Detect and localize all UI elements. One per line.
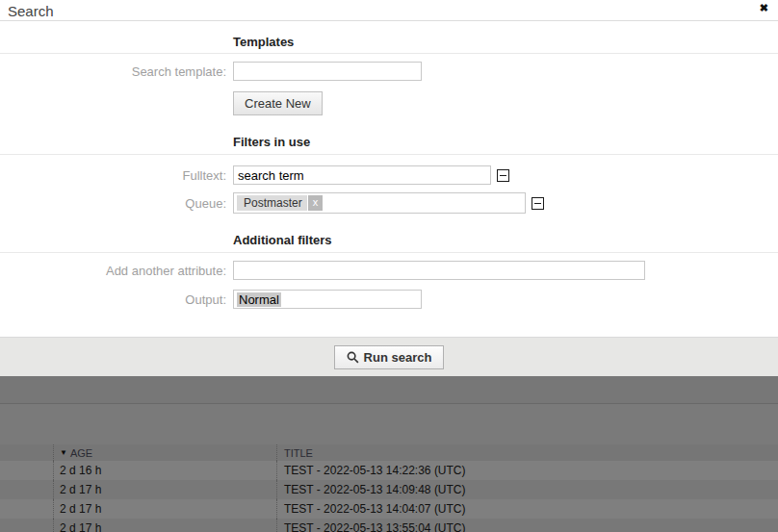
search-icon bbox=[347, 351, 359, 364]
fulltext-label: Fulltext: bbox=[0, 168, 233, 183]
modal-dim-overlay bbox=[0, 376, 778, 532]
queue-row: Queue: Postmaster x bbox=[0, 192, 544, 214]
output-select[interactable]: Normal bbox=[233, 290, 422, 309]
search-template-input[interactable] bbox=[233, 62, 422, 81]
section-divider bbox=[0, 53, 778, 54]
templates-heading: Templates bbox=[233, 35, 294, 49]
queue-tag: Postmaster x bbox=[237, 195, 323, 211]
add-attribute-label: Add another attribute: bbox=[0, 264, 233, 278]
dialog-footer: Run search bbox=[0, 337, 778, 376]
output-row: Output: Normal bbox=[0, 290, 422, 309]
remove-fulltext-filter-icon[interactable] bbox=[497, 169, 509, 182]
fulltext-row: Fulltext: bbox=[0, 165, 509, 185]
add-attribute-input[interactable] bbox=[233, 261, 645, 280]
run-search-button[interactable]: Run search bbox=[334, 345, 445, 369]
section-divider bbox=[0, 154, 778, 155]
queue-tag-label: Postmaster bbox=[237, 195, 307, 211]
search-template-row: Search template: bbox=[0, 62, 422, 81]
dialog-header: Search ✖ bbox=[0, 0, 778, 21]
output-label: Output: bbox=[0, 292, 233, 307]
section-divider bbox=[0, 252, 778, 253]
queue-label: Queue: bbox=[0, 196, 233, 211]
create-new-button[interactable]: Create New bbox=[233, 91, 323, 115]
fulltext-input[interactable] bbox=[233, 165, 491, 185]
close-icon[interactable]: ✖ bbox=[760, 2, 768, 14]
search-dialog: Search ✖ Templates Search template: Crea… bbox=[0, 0, 778, 376]
dialog-title: Search bbox=[8, 3, 54, 19]
output-selected-value: Normal bbox=[237, 292, 281, 307]
search-dialog-screen: ▼ AGE TITLE 2 d 16 h TEST - 2022-05-13 1… bbox=[0, 0, 778, 532]
filters-in-use-heading: Filters in use bbox=[233, 135, 310, 149]
add-attribute-row: Add another attribute: bbox=[0, 261, 645, 280]
remove-tag-icon[interactable]: x bbox=[308, 195, 324, 211]
remove-queue-filter-icon[interactable] bbox=[532, 197, 544, 210]
additional-filters-heading: Additional filters bbox=[233, 233, 332, 247]
run-search-label: Run search bbox=[364, 350, 432, 365]
queue-input[interactable]: Postmaster x bbox=[233, 192, 526, 214]
search-template-label: Search template: bbox=[0, 64, 233, 79]
